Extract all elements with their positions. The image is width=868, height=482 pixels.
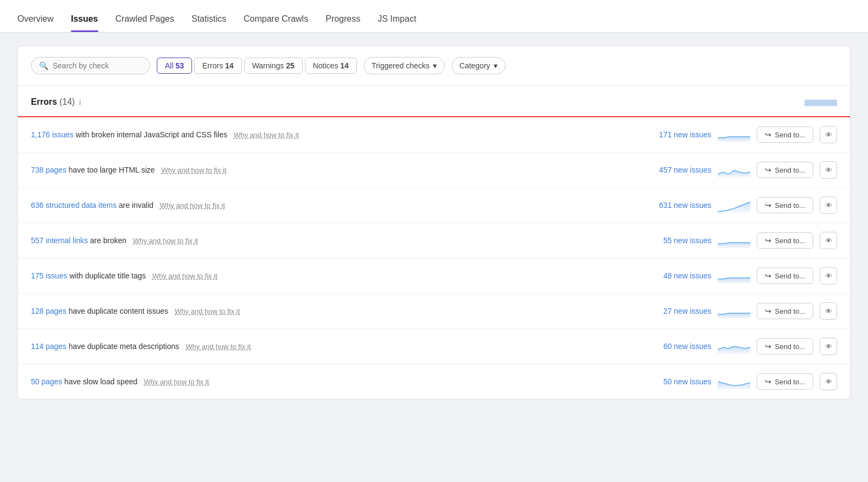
send-to-button[interactable]: ↪ Send to... (757, 162, 813, 178)
issue-row: 738 pages have too large HTML size Why a… (18, 153, 850, 188)
issue-row: 1,176 issues with broken internal JavaSc… (18, 117, 850, 153)
filter-warnings[interactable]: Warnings 25 (244, 58, 303, 74)
eye-button[interactable]: 👁 (820, 302, 837, 320)
eye-button[interactable]: 👁 (820, 267, 837, 284)
eye-button[interactable]: 👁 (820, 232, 837, 249)
issue-link[interactable]: 128 pages (31, 307, 66, 315)
filter-notices[interactable]: Notices 14 (305, 58, 357, 74)
eye-button[interactable]: 👁 (820, 196, 837, 214)
issues-panel: 🔍 All 53 Errors 14 Warnings 25 Notices 1… (17, 46, 851, 399)
send-label: Send to... (775, 201, 805, 210)
eye-button[interactable]: 👁 (820, 161, 837, 179)
issue-chart (718, 233, 750, 248)
send-label: Send to... (775, 237, 805, 245)
send-to-button[interactable]: ↪ Send to... (757, 232, 813, 249)
new-issues-count: 48 new issues (646, 271, 711, 280)
category-dropdown[interactable]: Category ▾ (451, 57, 506, 74)
send-to-button[interactable]: ↪ Send to... (757, 373, 813, 390)
new-issues-count: 55 new issues (646, 236, 711, 245)
fix-link[interactable]: Why and how to fix it (175, 307, 240, 315)
send-icon: ↪ (765, 271, 771, 280)
triggered-checks-dropdown[interactable]: Triggered checks ▾ (363, 57, 445, 74)
send-icon: ↪ (765, 342, 771, 351)
issue-row: 114 pages have duplicate meta descriptio… (18, 329, 850, 364)
fix-link[interactable]: Why and how to fix it (144, 378, 209, 386)
issue-text: 636 structured data items are invalid Wh… (31, 201, 640, 210)
eye-button[interactable]: 👁 (820, 338, 837, 355)
issue-description: with duplicate title tags (69, 271, 146, 280)
filter-all[interactable]: All 53 (157, 58, 192, 74)
issue-description: have duplicate meta descriptions (68, 342, 179, 351)
navigation-bar: Overview Issues Crawled Pages Statistics… (0, 0, 868, 33)
issue-description: have slow load speed (65, 377, 138, 386)
issue-link[interactable]: 636 structured data items (31, 201, 117, 210)
issue-link[interactable]: 557 internal links (31, 236, 88, 245)
eye-button[interactable]: 👁 (820, 126, 837, 143)
nav-item-statistics[interactable]: Statistics (192, 14, 226, 32)
issue-text: 114 pages have duplicate meta descriptio… (31, 342, 640, 351)
send-icon: ↪ (765, 166, 771, 174)
search-box[interactable]: 🔍 (31, 57, 150, 74)
eye-icon: 👁 (825, 307, 832, 315)
nav-item-js-impact[interactable]: JS Impact (378, 14, 416, 32)
eye-icon: 👁 (825, 131, 832, 139)
send-to-button[interactable]: ↪ Send to... (757, 303, 813, 319)
send-icon: ↪ (765, 307, 771, 315)
issue-description: with broken internal JavaScript and CSS … (76, 130, 227, 139)
issues-list: 1,176 issues with broken internal JavaSc… (18, 117, 850, 399)
issue-description: are broken (90, 236, 126, 245)
issue-text: 738 pages have too large HTML size Why a… (31, 166, 640, 174)
new-issues-count: 27 new issues (646, 307, 711, 315)
issue-text: 128 pages have duplicate content issues … (31, 307, 640, 315)
issue-description: have too large HTML size (68, 166, 155, 174)
new-issues-count: 60 new issues (646, 342, 711, 351)
issue-link[interactable]: 114 pages (31, 342, 66, 351)
new-issues-count: 457 new issues (646, 166, 711, 174)
eye-icon: 👁 (825, 272, 832, 280)
nav-item-compare-crawls[interactable]: Compare Crawls (244, 14, 308, 32)
issue-text: 175 issues with duplicate title tags Why… (31, 271, 640, 280)
nav-item-overview[interactable]: Overview (17, 14, 54, 32)
send-to-button[interactable]: ↪ Send to... (757, 126, 813, 143)
fix-link[interactable]: Why and how to fix it (152, 272, 218, 280)
eye-button[interactable]: 👁 (820, 373, 837, 390)
filter-errors[interactable]: Errors 14 (194, 58, 242, 74)
fix-link[interactable]: Why and how to fix it (133, 237, 198, 245)
fix-link[interactable]: Why and how to fix it (234, 131, 299, 139)
issue-row: 175 issues with duplicate title tags Why… (18, 258, 850, 294)
errors-section-header: Errors (14) i (18, 86, 850, 117)
issue-description: have duplicate content issues (68, 307, 168, 315)
send-icon: ↪ (765, 377, 771, 386)
section-title: Errors (14) (31, 97, 75, 107)
filter-bar: 🔍 All 53 Errors 14 Warnings 25 Notices 1… (18, 46, 850, 86)
issue-chart (718, 339, 750, 354)
issue-chart (718, 268, 750, 283)
nav-item-issues[interactable]: Issues (71, 14, 98, 32)
nav-item-progress[interactable]: Progress (326, 14, 360, 32)
new-issues-count: 631 new issues (646, 201, 711, 210)
send-to-button[interactable]: ↪ Send to... (757, 197, 813, 213)
issue-link[interactable]: 175 issues (31, 271, 67, 280)
fix-link[interactable]: Why and how to fix it (186, 343, 251, 351)
send-to-button[interactable]: ↪ Send to... (757, 338, 813, 354)
send-label: Send to... (775, 131, 805, 139)
info-icon[interactable]: i (79, 98, 81, 106)
send-label: Send to... (775, 378, 805, 386)
send-to-button[interactable]: ↪ Send to... (757, 268, 813, 284)
issue-link[interactable]: 50 pages (31, 377, 62, 386)
issue-text: 557 internal links are broken Why and ho… (31, 236, 640, 245)
send-label: Send to... (775, 307, 805, 315)
fix-link[interactable]: Why and how to fix it (160, 201, 225, 210)
issue-row: 636 structured data items are invalid Wh… (18, 188, 850, 223)
issue-row: 128 pages have duplicate content issues … (18, 294, 850, 329)
chevron-down-icon: ▾ (433, 61, 437, 70)
nav-item-crawled-pages[interactable]: Crawled Pages (116, 14, 175, 32)
search-input[interactable] (53, 61, 142, 70)
issue-link[interactable]: 1,176 issues (31, 130, 74, 139)
issue-link[interactable]: 738 pages (31, 166, 66, 174)
eye-icon: 👁 (825, 201, 832, 210)
filter-buttons: All 53 Errors 14 Warnings 25 Notices 14 (157, 58, 357, 74)
issue-row: 50 pages have slow load speed Why and ho… (18, 364, 850, 399)
fix-link[interactable]: Why and how to fix it (161, 166, 226, 174)
issue-chart (718, 162, 750, 177)
